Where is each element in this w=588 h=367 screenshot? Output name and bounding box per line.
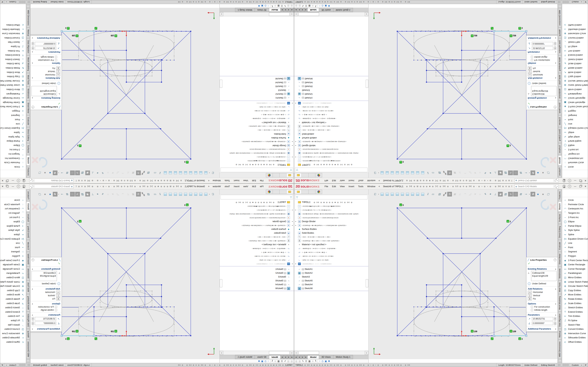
view-toolbar-icon[interactable] (163, 171, 168, 175)
menu-item[interactable]: Edit (250, 184, 258, 189)
tree-row[interactable]: ▸◔○Λ⊙◎⊕ЅЗ∘Ч○∘○Ч∘ЗЅ⊕◎⊙Λ○ (294, 208, 368, 212)
sketch-tool-item[interactable]: ∾ Spline (562, 233, 588, 237)
collapse-chevron-icon[interactable]: ∧ (555, 51, 556, 53)
view-toolbar-icon[interactable] (199, 171, 203, 175)
relation-item[interactable]: Collinear108 (532, 272, 555, 275)
view-toolbar-icon[interactable]: ▣ (131, 192, 136, 196)
bottom-toolbar-icon[interactable]: ✎ (302, 360, 304, 362)
sketch-tool-item[interactable]: ◳ Convert Entities (562, 327, 588, 331)
feature-manager-tab[interactable] (315, 190, 322, 194)
menu-item[interactable]: View (241, 184, 250, 189)
rollback-bar[interactable] (220, 266, 294, 267)
rollback-bar[interactable] (220, 291, 294, 291)
tree-row[interactable]: ▱○·◎⊕○∗⊙I○∘○I⊙∗○⊕◎·○ (220, 250, 294, 254)
add-relation-button[interactable]: ❘ Vertical (526, 294, 558, 297)
sketch-tool-item[interactable]: ◌ Perimeter Circle (562, 202, 588, 207)
view-toolbar-icon[interactable]: ▢ (38, 192, 42, 196)
sketch-tool-item[interactable]: ▭ Corner Rectangle (0, 96, 26, 100)
restore-button[interactable] (579, 185, 581, 187)
sketch-tool-item[interactable]: ▪ Point (0, 245, 26, 250)
command-tab[interactable]: Weldments (26, 267, 30, 280)
tree-row[interactable]: ∟○ИΝ∘⊙∘⊙◎○∘○◎⊙∘⊙∘ΝИ○ (220, 105, 294, 109)
tree-scrollbar-thumb[interactable] (366, 279, 368, 287)
sketch-tool-item[interactable]: ∷ Segment (0, 250, 26, 254)
sketch-tool-item[interactable]: ◖ Partial Ellipse (562, 224, 588, 228)
sketch-tool-item[interactable]: ◌ Perimeter Circle (0, 202, 26, 207)
view-toolbar-icon[interactable] (194, 192, 198, 196)
relations-listbox[interactable]: Collinear108Equal length109 (32, 86, 57, 96)
expander-icon[interactable]: ▸ (295, 102, 297, 104)
tree-row[interactable]: ▸▤Design Binder (220, 144, 294, 148)
view-toolbar-icon[interactable]: ⊸ (60, 192, 65, 196)
collapse-chevron-icon[interactable]: ∧ (555, 77, 556, 79)
tree-row[interactable]: ▸•○ЅЗЗЄИΝА∩·○∘○·∩АΝИЄЗЗЅ○ (220, 101, 294, 105)
sketch-tool-item[interactable]: ▭ Corner Rectangle (0, 267, 26, 271)
sketch-tool-item[interactable]: ↔ Stretch Entities (0, 306, 26, 310)
existing-relations-header[interactable]: Existing Relations ∧ (526, 267, 558, 271)
view-toolbar-icon[interactable]: ⊞ (518, 171, 523, 175)
sketch-tool-item[interactable]: ◈ 3 Point Center Recta... (0, 105, 26, 109)
sketch-tool-item[interactable]: ⌒ Tangent Arc (0, 152, 26, 156)
menu-item[interactable]: View (241, 178, 250, 183)
sketch-tool-item[interactable]: ✂ Trim Entities (0, 49, 26, 53)
sketch-tool-item[interactable]: ◫ Mirror Entities (0, 275, 26, 280)
view-toolbar-icon[interactable]: ↧ (425, 171, 430, 175)
restore-button[interactable] (7, 185, 9, 187)
feature-manager-tab[interactable] (286, 190, 293, 194)
user-account-icon[interactable] (562, 179, 566, 182)
feature-manager-tab[interactable] (295, 190, 302, 194)
additional-parameters-header[interactable]: Additional Parameters ∨ (30, 327, 62, 331)
command-tab[interactable]: Data Migration (26, 312, 30, 329)
relation-item[interactable]: Equal length109 (33, 275, 56, 277)
relation-item[interactable]: Equal length109 (33, 90, 56, 92)
tree-row[interactable]: ⌐Sketch3 (220, 275, 294, 279)
collapse-chevron-icon[interactable]: ∧ (555, 62, 556, 64)
help-icon[interactable]: ? (17, 179, 20, 182)
view-toolbar-icon[interactable]: ⊥ (90, 192, 95, 196)
view-toolbar-icon[interactable]: ❖ (531, 171, 535, 175)
tree-filter-input[interactable]: ▽ (295, 167, 367, 172)
tree-filter-input[interactable]: ▽ (221, 195, 293, 200)
view-toolbar-icon[interactable]: ● (536, 171, 540, 175)
spinner[interactable]: ▴▾ (32, 42, 34, 45)
sketch-tool-item[interactable]: ⊡ Copy Entities (0, 75, 26, 79)
view-toolbar-icon[interactable]: ▭ (153, 192, 157, 196)
expander-icon[interactable]: ▸ (295, 156, 297, 158)
bottom-toolbar-icon[interactable]: ◔ (319, 5, 320, 7)
sketch-tool-item[interactable]: ⌒ Tangent Arc (562, 211, 588, 215)
sketch-tool-item[interactable]: ▣ Center Rectangle (0, 262, 26, 267)
graphics-area[interactable]: ⎗▾↧▭▤▞↻▣⊥◠◿✕∩✎✦⊥◉▧∿∴⊞⊸▾❖●●▢ (30, 8, 219, 178)
feature-manager-tab[interactable] (279, 173, 286, 177)
sketch-tool-item[interactable]: ▣ Center Rectangle (562, 100, 588, 105)
sketch-tool-item[interactable]: ⊿ Scale Entities (0, 61, 26, 66)
tree-row[interactable]: ▦(-) Sketch2 (294, 92, 368, 96)
view-toolbar-icon[interactable]: ◿ (116, 192, 121, 196)
sketch-tool-item[interactable]: ◖ Partial Ellipse (562, 139, 588, 143)
tab-nav-button[interactable]: ▶| (304, 355, 308, 359)
tree-row[interactable]: Σ○ЅЗИΝ◎∘⊕А∩ЗЄ○∘○ЄЗ∩А⊕∘◎ΝИЗЅ○ (220, 239, 294, 242)
command-tab[interactable]: Mold Tools (26, 73, 30, 86)
command-tab[interactable]: MBD Dimensions (26, 8, 30, 27)
add-relation-button[interactable]: — Horizontal (526, 291, 558, 294)
tree-row[interactable]: ⌐(-) Sketch5 (220, 84, 294, 88)
view-toolbar-icon[interactable]: ▧ (80, 171, 85, 175)
option-checkbox-row[interactable]: For construction (30, 305, 62, 309)
view-toolbar-icon[interactable]: ∩ (106, 192, 110, 196)
add-relation-button[interactable]: ⚓ Fix (30, 297, 62, 300)
view-toolbar-icon[interactable]: ▤ (146, 171, 151, 175)
view-toolbar-icon[interactable]: ⊥ (126, 171, 130, 175)
view-toolbar-icon[interactable]: ◉ (498, 171, 503, 175)
view-toolbar-icon[interactable]: ◠ (121, 192, 125, 196)
tree-row[interactable]: ◆Surface Bodies (294, 136, 368, 140)
sketch-tool-item[interactable]: ◖ Partial Ellipse (0, 139, 26, 143)
view-toolbar-icon[interactable]: ✎ (483, 192, 487, 196)
sketch-tool-item[interactable]: ▱ Parallelogram (0, 92, 26, 96)
search-input[interactable]: Search CAD Models (35, 185, 70, 188)
sketch-tool-item[interactable]: ⌢ 3 Point Arc (0, 148, 26, 152)
view-toolbar-icon[interactable] (400, 171, 405, 175)
sketch-tool-item[interactable]: ◐ Silhouette Entities (562, 27, 588, 32)
relation-item[interactable]: Equal length109 (532, 90, 555, 92)
view-toolbar-icon[interactable]: ⊞ (65, 171, 70, 175)
view-toolbar-icon[interactable]: ● (536, 192, 540, 196)
tree-row[interactable]: ▱○⊕ИΝ◎⊙·○∗⊙I○∘○I⊙∗○·⊙◎ΝИ⊕○ (294, 246, 368, 250)
